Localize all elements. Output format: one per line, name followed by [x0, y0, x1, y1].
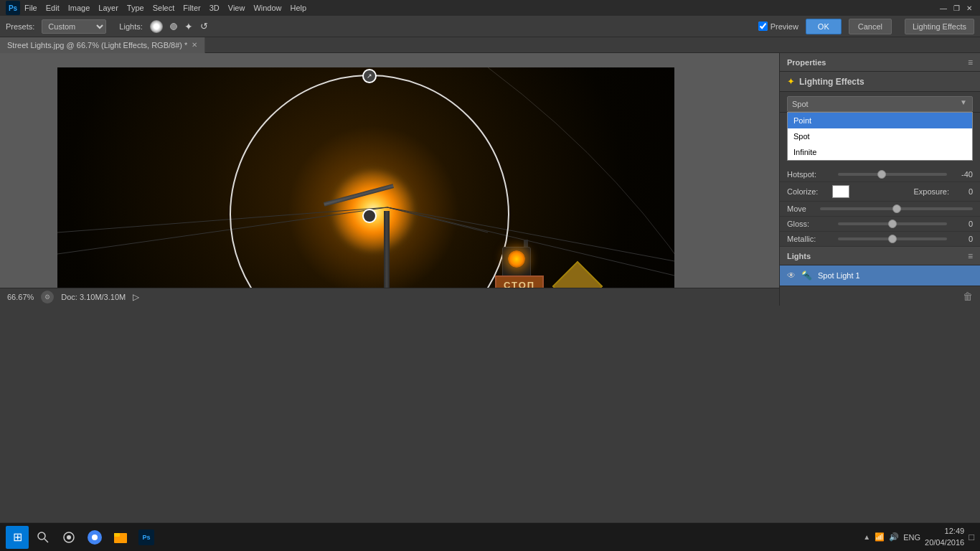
zoom-level: 66.67%	[7, 293, 34, 301]
spotlight-circle[interactable]: ↗	[230, 75, 509, 306]
menu-window[interactable]: Window	[253, 4, 281, 12]
hotspot-thumb[interactable]	[877, 170, 886, 179]
menu-item-infinite[interactable]: Infinite	[788, 144, 972, 160]
street-scene: ↗ СТОП	[57, 67, 674, 306]
properties-title: Properties	[787, 58, 826, 67]
canvas-options-icon[interactable]: ⚙	[41, 291, 54, 303]
document-tab[interactable]: Street Lights.jpg @ 66.7% (Light Effects…	[0, 37, 205, 53]
preset-dropdown[interactable]: Custom	[42, 19, 106, 34]
light-type-icon: 🔦	[801, 270, 812, 281]
menu-bar: File Edit Image Layer Type Select Filter…	[24, 4, 306, 12]
menu-item-point[interactable]: Point	[788, 113, 972, 128]
lighting-effects-icon: ✦	[787, 76, 795, 87]
lights-panel-title: Lights	[787, 252, 811, 260]
light-type-dropdown[interactable]: Spot	[787, 96, 973, 112]
lights-refresh-icon[interactable]: ↺	[200, 21, 208, 32]
tab-title: Street Lights.jpg @ 66.7% (Light Effects…	[7, 41, 187, 50]
move-thumb[interactable]	[892, 204, 901, 213]
lights-star-icon[interactable]: ✦	[184, 21, 193, 32]
colorize-label: Colorize:	[787, 187, 826, 196]
lighting-effects-header: ✦ Lighting Effects	[780, 72, 980, 92]
lights-panel-footer: 🗑	[780, 286, 980, 306]
menu-image[interactable]: Image	[68, 4, 90, 12]
circle-rotate-handle[interactable]: ↗	[362, 69, 377, 83]
menu-select[interactable]: Select	[153, 4, 175, 12]
svg-point-10	[92, 534, 98, 540]
title-bar-left: Ps File Edit Image Layer Type Select Fil…	[6, 1, 306, 15]
lights-label: Lights:	[119, 22, 142, 31]
menu-view[interactable]: View	[228, 4, 245, 12]
light-dot-icon[interactable]	[170, 23, 177, 30]
colorize-swatch[interactable]	[832, 185, 849, 198]
clock-time: 12:49	[925, 526, 964, 537]
taskbar-cortana-icon[interactable]	[57, 526, 80, 549]
gloss-value: 0	[951, 220, 973, 228]
content-area: ↗ СТОП 66.67% ⚙	[0, 53, 980, 306]
circle-center-handle[interactable]	[362, 209, 377, 223]
minimize-button[interactable]: —	[938, 3, 948, 13]
window-controls: — ❐ ✕	[938, 3, 974, 13]
metallic-slider[interactable]	[838, 237, 947, 240]
lights-panel-options-icon[interactable]: ≡	[968, 251, 973, 261]
taskbar-photoshop-icon[interactable]: Ps	[135, 526, 158, 549]
maximize-button[interactable]: ❐	[951, 3, 961, 13]
preset-label: Presets:	[6, 22, 34, 31]
menu-item-spot[interactable]: Spot	[788, 128, 972, 144]
cursor-icon: ▷	[133, 292, 139, 302]
hotspot-value: -40	[951, 170, 973, 179]
svg-rect-12	[114, 533, 120, 537]
taskbar-explorer-icon[interactable]	[109, 526, 132, 549]
light-name: Spot Light 1	[818, 271, 860, 280]
delete-light-icon[interactable]: 🗑	[963, 291, 973, 302]
add-light-icon[interactable]	[150, 20, 163, 33]
hotspot-slider[interactable]	[838, 173, 947, 176]
close-button[interactable]: ✕	[964, 3, 974, 13]
menu-type[interactable]: Type	[127, 4, 144, 12]
move-row: Move	[780, 202, 980, 217]
menu-file[interactable]: File	[24, 4, 37, 12]
preview-check[interactable]: Preview	[758, 22, 798, 31]
tray-language-label[interactable]: ENG	[903, 533, 920, 542]
canvas-area[interactable]: ↗ СТОП 66.67% ⚙	[0, 53, 779, 306]
move-slider[interactable]	[820, 207, 973, 210]
title-bar: Ps File Edit Image Layer Type Select Fil…	[0, 0, 980, 16]
tray-volume-icon[interactable]: 🔊	[889, 532, 899, 542]
properties-options-icon[interactable]: ≡	[968, 57, 973, 67]
gloss-slider[interactable]	[838, 222, 947, 225]
hotspot-row: Hotspot: -40	[780, 167, 980, 182]
taskbar-search-icon[interactable]	[32, 526, 55, 549]
clock-date: 20/04/2016	[925, 537, 964, 548]
type-dropdown-row: Spot ▼ Point Spot Infinite	[780, 92, 980, 113]
colorize-row: Colorize: Exposure: 0	[780, 182, 980, 202]
move-label: Move	[787, 204, 816, 213]
menu-3d[interactable]: 3D	[209, 4, 220, 12]
menu-layer[interactable]: Layer	[98, 4, 118, 12]
gloss-label: Gloss:	[787, 220, 834, 228]
lights-list: 👁 🔦 Spot Light 1	[780, 265, 980, 286]
preview-checkbox[interactable]	[758, 22, 768, 31]
taskbar-chrome-icon[interactable]	[83, 526, 106, 549]
metallic-label: Metallic:	[787, 235, 834, 243]
menu-filter[interactable]: Filter	[183, 4, 200, 12]
tab-close-button[interactable]: ✕	[192, 41, 197, 49]
visibility-eye-icon[interactable]: 👁	[787, 270, 796, 281]
right-panel: Properties ≡ ✦ Lighting Effects Spot ▼ P…	[779, 53, 980, 306]
metallic-thumb[interactable]	[888, 235, 897, 243]
menu-edit[interactable]: Edit	[46, 4, 60, 12]
system-tray: ▲ 📶 🔊 ENG 12:49 20/04/2016 □	[863, 526, 974, 548]
ok-button[interactable]: OK	[806, 19, 842, 34]
menu-help[interactable]: Help	[291, 4, 307, 12]
cancel-button[interactable]: Cancel	[849, 19, 892, 34]
options-bar: Presets: Custom Lights: ✦ ↺ Preview OK C…	[0, 16, 980, 37]
gloss-thumb[interactable]	[888, 220, 897, 228]
notifications-icon[interactable]: □	[969, 532, 974, 542]
lights-panel-header: Lights ≡	[780, 247, 980, 265]
tab-bar: Street Lights.jpg @ 66.7% (Light Effects…	[0, 37, 980, 53]
start-button[interactable]: ⊞	[6, 526, 29, 549]
tray-network-icon[interactable]: 📶	[875, 532, 885, 542]
lighting-effects-button[interactable]: Lighting Effects	[905, 19, 974, 34]
tray-arrow-icon[interactable]: ▲	[863, 533, 870, 541]
preview-label: Preview	[771, 22, 798, 31]
spot-light-item[interactable]: 👁 🔦 Spot Light 1	[780, 265, 980, 286]
svg-point-8	[67, 535, 71, 540]
